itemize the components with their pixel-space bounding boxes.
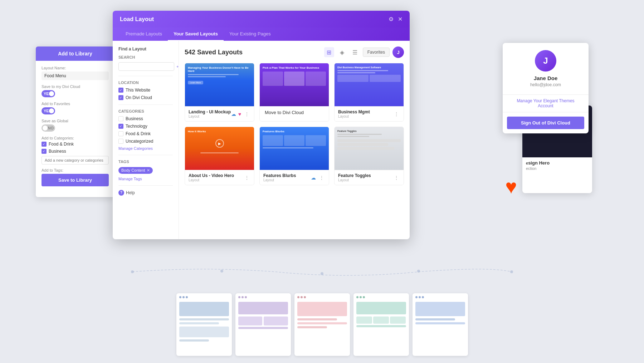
cat-uncategorized-check [118,139,123,144]
tab-saved[interactable]: Your Saved Layouts [168,28,224,41]
layout-name-4: Features Blurbs [263,173,296,178]
cat-business[interactable]: Business [118,116,173,121]
find-layout-title: Find a Layout [118,46,173,51]
big-heart-icon: ♥ [505,175,517,198]
cat-food-drink[interactable]: Food & Drink [118,131,173,136]
save-global-toggle-row: NO [42,124,109,132]
layout-name-0: Landing - UI Mockup [189,109,231,114]
cat-uncategorized[interactable]: Uncategorized [118,139,173,144]
cat-business-label: Business [126,116,143,121]
cat-food-drink-check [118,131,123,136]
bg-thumb-3[interactable] [294,293,350,356]
saved-count: 542 Saved Layouts [185,49,243,56]
layout-card-2[interactable]: Divi Business Management Software Busine… [334,63,404,122]
grid-view-button[interactable]: ⊞ [324,47,334,57]
divider-1 [118,76,173,76]
bg-thumb-1[interactable] [176,293,232,356]
add-favorites-toggle-row: YES [42,107,109,114]
location-this-website[interactable]: ✓ This Website [118,88,173,93]
right-panel-header: 542 Saved Layouts ⊞ ◈ ☰ Favorites J [185,46,404,58]
tag-remove-icon[interactable]: ✕ [147,168,150,173]
search-section-title: Search [118,55,173,59]
save-cloud-label: Save to my Divi Cloud [42,84,109,89]
modal-header-actions: ⚙ ✕ [389,16,402,23]
layout-name-2: Business Mgmt [338,109,370,114]
location-divi-cloud[interactable]: ✓ On Divi Cloud [118,95,173,100]
modal-title: Load Layout [120,16,154,23]
dots-menu-4[interactable]: ⋮ [318,174,325,181]
favorites-filter-button[interactable]: Favorites [363,48,390,57]
user-dropdown: J Jane Doe hello@jdoe.com Manage Your El… [503,43,589,133]
manage-tags-link[interactable]: Manage Tags [118,177,173,181]
left-panel: Find a Layout Search + Filter Location ✓… [113,41,179,239]
category-food-drink[interactable]: ✓ Food & Drink [42,142,109,147]
layout-card-5[interactable]: Feature Toggles Feature Tog [334,127,404,185]
add-to-library-sidebar: Add to Library Layout Name: Food Menu Sa… [36,46,114,197]
bg-thumb-2[interactable] [235,293,291,356]
layout-actions-0: ☁ ♥ ⋮ [231,111,250,118]
modal-tabs: Premade Layouts Your Saved Layouts Your … [113,28,410,41]
layout-card-3[interactable]: How it Works ▶ About Us - Video Hero Lay… [185,127,254,185]
manage-categories-link[interactable]: Manage Categories [118,146,173,151]
add-favorites-toggle[interactable]: YES [42,107,55,114]
layout-card-1[interactable]: Pick a Plan That Works for Your Business… [259,63,329,122]
tag-label: Body Content [121,168,145,172]
user-email: hello@jdoe.com [510,82,581,87]
list-view-button[interactable]: ☰ [350,47,360,57]
layout-info-5: Feature Toggles Layout ⋮ [335,170,404,185]
layout-type-3: Layout [189,178,234,182]
tab-existing[interactable]: Your Existing Pages [224,28,277,41]
save-global-toggle[interactable]: NO [42,124,55,132]
add-categories-label: Add to Categories: [42,136,109,140]
layout-info-0: Landing - UI Mockup Layout ☁ ♥ ⋮ [185,106,254,121]
layout-type-4: Layout [263,178,296,182]
bg-thumb-5[interactable] [413,293,468,356]
pin-view-button[interactable]: ◈ [337,47,347,57]
cloud-icon-0: ☁ [231,111,236,117]
user-avatar-large: J [535,50,556,72]
view-controls: ⊞ ◈ ☰ Favorites J [324,46,404,58]
close-icon[interactable]: ✕ [398,16,402,23]
manage-account-link[interactable]: Manage Your Elegant Themes Account [503,95,589,112]
new-category-input[interactable] [42,156,109,165]
sign-out-button[interactable]: Sign Out of Divi Cloud [507,117,584,129]
category-business-label: Business [49,149,66,154]
save-global-no-label: NO [48,126,54,130]
layouts-grid: Managing Your Business Doesn't Have to B… [185,63,404,185]
layout-type-0: Layout [189,114,231,118]
layout-actions-3: ⋮ [243,174,250,181]
tab-premade[interactable]: Premade Layouts [120,28,168,41]
context-add-favorites[interactable]: Add to Favorites [259,119,329,122]
layout-card-4[interactable]: Features Blurbs Features Blurbs [259,127,329,185]
layout-thumb-3: How it Works ▶ [185,127,254,170]
layout-info-3: About Us - Video Hero Layout ⋮ [185,170,254,185]
context-move-divi-cloud[interactable]: Move to Divi Cloud [259,106,329,119]
save-cloud-toggle[interactable]: YES [42,90,55,97]
category-business[interactable]: ✓ Business [42,149,109,154]
dots-menu-0[interactable]: ⋮ [243,111,250,118]
dots-menu-5[interactable]: ⋮ [393,174,400,181]
help-row[interactable]: ? Help [118,190,173,196]
body-content-tag[interactable]: Body Content ✕ [118,167,153,174]
filter-button[interactable]: + Filter [176,64,179,69]
save-global-label: Save as Global [42,119,109,123]
dots-menu-3[interactable]: ⋮ [243,174,250,181]
layout-thumb-2: Divi Business Management Software [335,63,404,106]
right-panel: 542 Saved Layouts ⊞ ◈ ☰ Favorites J Mana… [179,41,410,239]
save-to-library-button[interactable]: Save to Library [42,174,109,186]
background-thumbnails [0,227,644,363]
sidebar-header: Add to Library [36,46,114,61]
layout-card-0[interactable]: Managing Your Business Doesn't Have to B… [185,63,254,122]
cat-technology[interactable]: ✓ Technology [118,124,173,129]
search-row: + Filter [118,62,173,71]
heart-icon-0[interactable]: ♥ [238,111,241,117]
category-business-check: ✓ [42,149,47,154]
settings-icon[interactable]: ⚙ [389,16,394,23]
search-input[interactable] [118,62,174,71]
user-avatar[interactable]: J [392,46,404,58]
cat-food-drink-label: Food & Drink [126,131,151,136]
cloud-icon-4: ☁ [311,175,316,181]
bg-thumb-4[interactable] [353,293,409,356]
dots-menu-2[interactable]: ⋮ [393,111,400,118]
user-name: Jane Doe [510,75,581,81]
